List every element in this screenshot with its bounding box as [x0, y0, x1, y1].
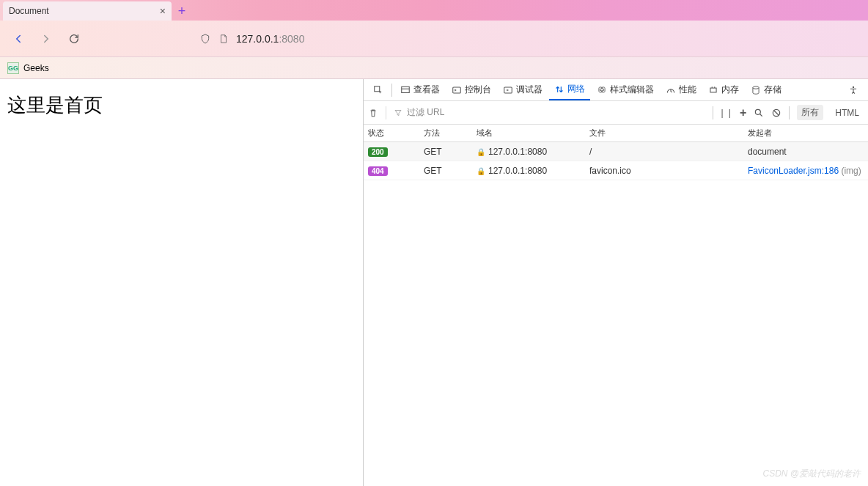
- tab-label: 查看器: [413, 84, 440, 96]
- network-row[interactable]: 404GET🔒127.0.0.1:8080favicon.icoFaviconL…: [364, 161, 868, 180]
- tab-label: 样式编辑器: [610, 84, 654, 96]
- url-host: 127.0.0.1: [236, 33, 279, 45]
- url-bar[interactable]: 127.0.0.1:8080: [194, 27, 861, 51]
- tab-label: 网络: [567, 83, 585, 95]
- network-toolbar: 过滤 URL | | + 所有 HTML: [364, 101, 868, 125]
- tab-storage[interactable]: 存储: [746, 80, 787, 100]
- initiator-cell: document: [743, 147, 868, 157]
- accessibility-button[interactable]: [843, 80, 864, 100]
- devtools-tabs: 查看器 控制台 调试器 网络 样式编辑器 性能: [364, 79, 868, 101]
- initiator-cell: FaviconLoader.jsm:186 (img): [743, 166, 868, 176]
- divider: [391, 84, 392, 97]
- accessibility-icon: [848, 85, 858, 95]
- tab-memory[interactable]: 内存: [703, 80, 744, 100]
- file-cell: /: [585, 147, 743, 157]
- console-icon: [452, 85, 462, 95]
- divider: [789, 106, 790, 119]
- divider: [386, 106, 386, 119]
- network-row[interactable]: 200GET🔒127.0.0.1:8080/document: [364, 142, 868, 161]
- lock-icon: 🔒: [477, 167, 485, 175]
- tab-strip: Document × +: [0, 0, 868, 21]
- tab-title: Document: [9, 6, 49, 16]
- col-domain[interactable]: 域名: [472, 128, 585, 139]
- svg-point-8: [753, 86, 759, 89]
- main-area: 这里是首页 查看器 控制台 调试器 网络: [0, 79, 868, 486]
- tab-performance[interactable]: 性能: [661, 80, 702, 100]
- close-tab-icon[interactable]: ×: [160, 5, 166, 17]
- network-icon: [554, 84, 564, 95]
- divider: [713, 106, 713, 119]
- styles-icon: [597, 85, 607, 95]
- svg-rect-1: [402, 86, 410, 92]
- svg-rect-5: [710, 88, 716, 92]
- document-icon: [218, 33, 229, 45]
- watermark: CSDN @爱敲代码的老许: [762, 468, 861, 480]
- inspector-icon: [400, 85, 411, 95]
- tab-label: 性能: [679, 84, 696, 96]
- block-button[interactable]: [771, 108, 781, 118]
- tab-label: 内存: [721, 84, 739, 96]
- svg-point-10: [756, 109, 761, 114]
- url-port: :8080: [279, 33, 304, 45]
- filter-html[interactable]: HTML: [831, 106, 864, 119]
- filter-all[interactable]: 所有: [797, 105, 823, 120]
- tab-label: 调试器: [516, 84, 542, 96]
- browser-tab[interactable]: Document ×: [3, 1, 172, 21]
- filter-input[interactable]: 过滤 URL: [394, 106, 705, 119]
- tab-network[interactable]: 网络: [549, 80, 590, 100]
- memory-icon: [708, 85, 718, 95]
- storage-icon: [751, 85, 761, 95]
- col-status[interactable]: 状态: [364, 128, 419, 139]
- file-cell: favicon.ico: [585, 166, 743, 176]
- new-tab-button[interactable]: +: [172, 1, 192, 21]
- pick-element-button[interactable]: [368, 80, 389, 100]
- svg-line-11: [760, 114, 762, 116]
- page-content: 这里是首页: [0, 79, 363, 486]
- svg-rect-3: [453, 86, 461, 92]
- col-method[interactable]: 方法: [419, 128, 472, 139]
- filter-placeholder: 过滤 URL: [407, 106, 444, 119]
- tab-console[interactable]: 控制台: [446, 80, 496, 100]
- back-button[interactable]: [7, 28, 29, 50]
- tab-inspector[interactable]: 查看器: [395, 80, 445, 100]
- pause-button[interactable]: | |: [721, 108, 732, 118]
- tab-label: 控制台: [465, 84, 491, 96]
- page-heading: 这里是首页: [7, 92, 356, 118]
- tab-styles[interactable]: 样式编辑器: [592, 80, 659, 100]
- shield-icon: [199, 33, 211, 45]
- reload-button[interactable]: [63, 28, 85, 50]
- domain-cell: 🔒127.0.0.1:8080: [472, 147, 585, 157]
- tab-debugger[interactable]: 调试器: [498, 80, 548, 100]
- status-badge: 200: [368, 147, 388, 157]
- clear-button[interactable]: [368, 108, 378, 118]
- col-initiator[interactable]: 发起者: [743, 128, 868, 139]
- method-cell: GET: [419, 166, 472, 176]
- toolbar-right: | | + 所有 HTML: [713, 105, 864, 120]
- status-badge: 404: [368, 166, 388, 176]
- forward-button[interactable]: [35, 28, 57, 50]
- network-rows: 200GET🔒127.0.0.1:8080/document404GET🔒127…: [364, 142, 868, 180]
- bookmark-item[interactable]: Geeks: [23, 63, 49, 73]
- devtools-panel: 查看器 控制台 调试器 网络 样式编辑器 性能: [363, 79, 868, 486]
- search-button[interactable]: [754, 108, 764, 118]
- nav-bar: 127.0.0.1:8080: [0, 21, 868, 57]
- debugger-icon: [503, 85, 513, 95]
- perf-icon: [666, 85, 676, 95]
- network-columns: 状态 方法 域名 文件 发起者: [364, 125, 868, 142]
- svg-line-13: [774, 110, 779, 115]
- tab-label: 存储: [764, 84, 781, 96]
- col-file[interactable]: 文件: [585, 128, 743, 139]
- svg-point-9: [853, 86, 854, 87]
- bookmark-favicon: GG: [7, 62, 19, 74]
- funnel-icon: [394, 108, 402, 117]
- domain-cell: 🔒127.0.0.1:8080: [472, 166, 585, 176]
- bookmarks-bar: GG Geeks: [0, 57, 868, 79]
- lock-icon: 🔒: [477, 148, 485, 156]
- method-cell: GET: [419, 147, 472, 157]
- add-button[interactable]: +: [740, 106, 746, 119]
- url-text: 127.0.0.1:8080: [236, 33, 304, 45]
